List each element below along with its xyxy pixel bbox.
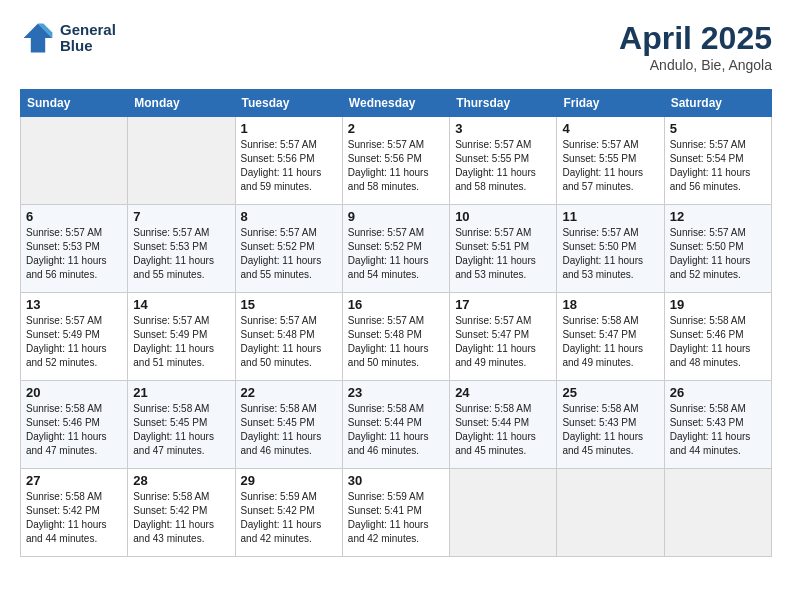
calendar-header: SundayMondayTuesdayWednesdayThursdayFrid…	[21, 90, 772, 117]
day-info: Sunrise: 5:57 AM Sunset: 5:55 PM Dayligh…	[455, 138, 551, 194]
day-info: Sunrise: 5:58 AM Sunset: 5:42 PM Dayligh…	[133, 490, 229, 546]
weekday-header-thursday: Thursday	[450, 90, 557, 117]
day-info: Sunrise: 5:57 AM Sunset: 5:52 PM Dayligh…	[348, 226, 444, 282]
calendar-cell: 23Sunrise: 5:58 AM Sunset: 5:44 PM Dayli…	[342, 381, 449, 469]
day-number: 26	[670, 385, 766, 400]
calendar-cell	[21, 117, 128, 205]
day-number: 19	[670, 297, 766, 312]
day-info: Sunrise: 5:57 AM Sunset: 5:48 PM Dayligh…	[348, 314, 444, 370]
calendar-cell: 26Sunrise: 5:58 AM Sunset: 5:43 PM Dayli…	[664, 381, 771, 469]
day-number: 2	[348, 121, 444, 136]
day-number: 1	[241, 121, 337, 136]
day-number: 9	[348, 209, 444, 224]
day-number: 13	[26, 297, 122, 312]
day-info: Sunrise: 5:57 AM Sunset: 5:47 PM Dayligh…	[455, 314, 551, 370]
day-info: Sunrise: 5:59 AM Sunset: 5:42 PM Dayligh…	[241, 490, 337, 546]
day-info: Sunrise: 5:58 AM Sunset: 5:43 PM Dayligh…	[670, 402, 766, 458]
day-number: 6	[26, 209, 122, 224]
calendar-cell: 3Sunrise: 5:57 AM Sunset: 5:55 PM Daylig…	[450, 117, 557, 205]
day-number: 12	[670, 209, 766, 224]
calendar-cell: 5Sunrise: 5:57 AM Sunset: 5:54 PM Daylig…	[664, 117, 771, 205]
day-number: 17	[455, 297, 551, 312]
logo-icon	[20, 20, 56, 56]
weekday-header-sunday: Sunday	[21, 90, 128, 117]
day-info: Sunrise: 5:58 AM Sunset: 5:44 PM Dayligh…	[348, 402, 444, 458]
calendar-week-3: 13Sunrise: 5:57 AM Sunset: 5:49 PM Dayli…	[21, 293, 772, 381]
day-number: 4	[562, 121, 658, 136]
calendar-week-5: 27Sunrise: 5:58 AM Sunset: 5:42 PM Dayli…	[21, 469, 772, 557]
day-info: Sunrise: 5:57 AM Sunset: 5:53 PM Dayligh…	[26, 226, 122, 282]
calendar-cell: 9Sunrise: 5:57 AM Sunset: 5:52 PM Daylig…	[342, 205, 449, 293]
calendar-cell: 30Sunrise: 5:59 AM Sunset: 5:41 PM Dayli…	[342, 469, 449, 557]
day-number: 8	[241, 209, 337, 224]
calendar-cell: 22Sunrise: 5:58 AM Sunset: 5:45 PM Dayli…	[235, 381, 342, 469]
day-info: Sunrise: 5:57 AM Sunset: 5:56 PM Dayligh…	[241, 138, 337, 194]
day-info: Sunrise: 5:58 AM Sunset: 5:45 PM Dayligh…	[133, 402, 229, 458]
weekday-header-friday: Friday	[557, 90, 664, 117]
day-number: 30	[348, 473, 444, 488]
weekday-header-saturday: Saturday	[664, 90, 771, 117]
calendar-cell: 11Sunrise: 5:57 AM Sunset: 5:50 PM Dayli…	[557, 205, 664, 293]
day-number: 24	[455, 385, 551, 400]
calendar-cell	[557, 469, 664, 557]
title-area: April 2025 Andulo, Bie, Angola	[619, 20, 772, 73]
day-number: 14	[133, 297, 229, 312]
day-number: 23	[348, 385, 444, 400]
weekday-header-row: SundayMondayTuesdayWednesdayThursdayFrid…	[21, 90, 772, 117]
day-info: Sunrise: 5:57 AM Sunset: 5:50 PM Dayligh…	[562, 226, 658, 282]
day-number: 20	[26, 385, 122, 400]
day-info: Sunrise: 5:57 AM Sunset: 5:48 PM Dayligh…	[241, 314, 337, 370]
calendar-cell: 12Sunrise: 5:57 AM Sunset: 5:50 PM Dayli…	[664, 205, 771, 293]
day-info: Sunrise: 5:58 AM Sunset: 5:47 PM Dayligh…	[562, 314, 658, 370]
calendar-cell: 15Sunrise: 5:57 AM Sunset: 5:48 PM Dayli…	[235, 293, 342, 381]
calendar-cell: 25Sunrise: 5:58 AM Sunset: 5:43 PM Dayli…	[557, 381, 664, 469]
calendar-week-1: 1Sunrise: 5:57 AM Sunset: 5:56 PM Daylig…	[21, 117, 772, 205]
calendar-week-4: 20Sunrise: 5:58 AM Sunset: 5:46 PM Dayli…	[21, 381, 772, 469]
day-info: Sunrise: 5:57 AM Sunset: 5:49 PM Dayligh…	[133, 314, 229, 370]
day-info: Sunrise: 5:57 AM Sunset: 5:56 PM Dayligh…	[348, 138, 444, 194]
day-number: 18	[562, 297, 658, 312]
day-number: 11	[562, 209, 658, 224]
day-number: 28	[133, 473, 229, 488]
calendar-cell: 19Sunrise: 5:58 AM Sunset: 5:46 PM Dayli…	[664, 293, 771, 381]
logo: General Blue	[20, 20, 116, 56]
day-info: Sunrise: 5:57 AM Sunset: 5:53 PM Dayligh…	[133, 226, 229, 282]
day-number: 25	[562, 385, 658, 400]
day-info: Sunrise: 5:57 AM Sunset: 5:54 PM Dayligh…	[670, 138, 766, 194]
weekday-header-monday: Monday	[128, 90, 235, 117]
day-info: Sunrise: 5:57 AM Sunset: 5:52 PM Dayligh…	[241, 226, 337, 282]
calendar-cell: 29Sunrise: 5:59 AM Sunset: 5:42 PM Dayli…	[235, 469, 342, 557]
day-number: 15	[241, 297, 337, 312]
weekday-header-wednesday: Wednesday	[342, 90, 449, 117]
day-info: Sunrise: 5:58 AM Sunset: 5:46 PM Dayligh…	[26, 402, 122, 458]
weekday-header-tuesday: Tuesday	[235, 90, 342, 117]
calendar-cell: 20Sunrise: 5:58 AM Sunset: 5:46 PM Dayli…	[21, 381, 128, 469]
day-info: Sunrise: 5:57 AM Sunset: 5:51 PM Dayligh…	[455, 226, 551, 282]
calendar-cell: 18Sunrise: 5:58 AM Sunset: 5:47 PM Dayli…	[557, 293, 664, 381]
calendar-body: 1Sunrise: 5:57 AM Sunset: 5:56 PM Daylig…	[21, 117, 772, 557]
calendar-cell: 21Sunrise: 5:58 AM Sunset: 5:45 PM Dayli…	[128, 381, 235, 469]
calendar-cell: 28Sunrise: 5:58 AM Sunset: 5:42 PM Dayli…	[128, 469, 235, 557]
day-info: Sunrise: 5:58 AM Sunset: 5:46 PM Dayligh…	[670, 314, 766, 370]
calendar-table: SundayMondayTuesdayWednesdayThursdayFrid…	[20, 89, 772, 557]
day-info: Sunrise: 5:57 AM Sunset: 5:55 PM Dayligh…	[562, 138, 658, 194]
calendar-cell: 7Sunrise: 5:57 AM Sunset: 5:53 PM Daylig…	[128, 205, 235, 293]
day-info: Sunrise: 5:58 AM Sunset: 5:43 PM Dayligh…	[562, 402, 658, 458]
calendar-cell	[450, 469, 557, 557]
day-info: Sunrise: 5:58 AM Sunset: 5:44 PM Dayligh…	[455, 402, 551, 458]
day-info: Sunrise: 5:58 AM Sunset: 5:45 PM Dayligh…	[241, 402, 337, 458]
day-number: 21	[133, 385, 229, 400]
day-info: Sunrise: 5:58 AM Sunset: 5:42 PM Dayligh…	[26, 490, 122, 546]
calendar-cell: 13Sunrise: 5:57 AM Sunset: 5:49 PM Dayli…	[21, 293, 128, 381]
day-number: 16	[348, 297, 444, 312]
calendar-cell	[128, 117, 235, 205]
day-number: 22	[241, 385, 337, 400]
day-number: 27	[26, 473, 122, 488]
calendar-cell: 4Sunrise: 5:57 AM Sunset: 5:55 PM Daylig…	[557, 117, 664, 205]
logo-text: General Blue	[60, 22, 116, 55]
day-info: Sunrise: 5:57 AM Sunset: 5:49 PM Dayligh…	[26, 314, 122, 370]
svg-marker-0	[24, 24, 53, 53]
calendar-cell: 24Sunrise: 5:58 AM Sunset: 5:44 PM Dayli…	[450, 381, 557, 469]
calendar-cell: 10Sunrise: 5:57 AM Sunset: 5:51 PM Dayli…	[450, 205, 557, 293]
page-header: General Blue April 2025 Andulo, Bie, Ang…	[20, 20, 772, 73]
